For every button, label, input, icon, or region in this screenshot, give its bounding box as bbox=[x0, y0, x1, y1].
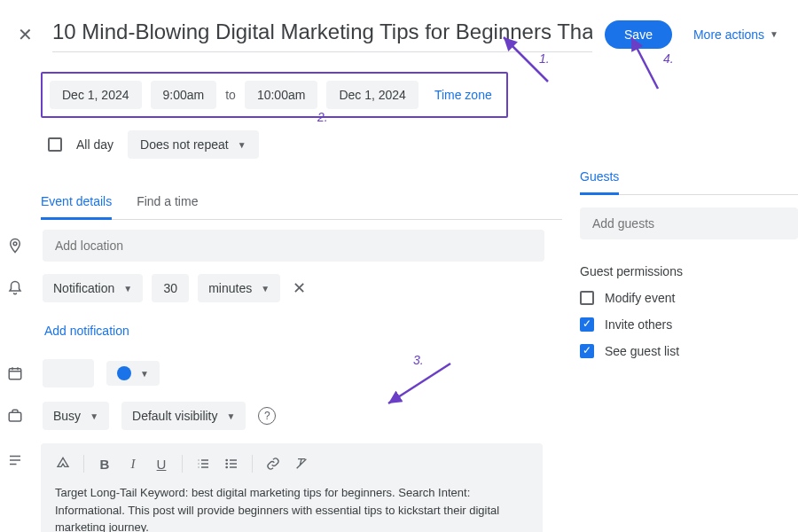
chevron-down-icon: ▼ bbox=[90, 411, 98, 421]
description-textarea[interactable]: Target Long-Tail Keyword: best digital m… bbox=[41, 484, 543, 532]
close-icon[interactable]: ✕ bbox=[11, 20, 40, 49]
link-icon[interactable] bbox=[262, 452, 285, 475]
chevron-down-icon: ▼ bbox=[227, 411, 236, 421]
invite-others-label: Invite others bbox=[605, 317, 672, 332]
all-day-label: All day bbox=[76, 137, 113, 152]
all-day-checkbox[interactable] bbox=[48, 137, 62, 152]
annotation-4: 4. bbox=[663, 51, 674, 66]
clear-format-icon[interactable] bbox=[290, 452, 313, 475]
chevron-down-icon: ▼ bbox=[261, 284, 270, 293]
timezone-link[interactable]: Time zone bbox=[427, 88, 499, 102]
modify-event-label: Modify event bbox=[605, 291, 675, 305]
svg-point-5 bbox=[226, 466, 227, 467]
notification-type-dropdown[interactable]: Notification ▼ bbox=[43, 274, 143, 302]
bulleted-list-icon[interactable] bbox=[220, 452, 243, 475]
annotation-3: 3. bbox=[413, 353, 424, 367]
more-actions-menu[interactable]: More actions ▼ bbox=[685, 27, 787, 42]
notification-unit-dropdown[interactable]: minutes ▼ bbox=[198, 274, 280, 302]
add-notification-link[interactable]: Add notification bbox=[43, 324, 129, 338]
event-color-dropdown[interactable]: ▼ bbox=[106, 361, 160, 386]
calendar-owner-chip[interactable] bbox=[43, 359, 94, 387]
bell-icon bbox=[0, 280, 30, 296]
tab-event-details[interactable]: Event details bbox=[41, 194, 112, 220]
svg-point-0 bbox=[13, 242, 17, 246]
chevron-down-icon: ▼ bbox=[238, 140, 246, 150]
invite-others-checkbox[interactable] bbox=[580, 317, 594, 332]
more-actions-label: More actions bbox=[693, 27, 764, 42]
end-time-chip[interactable]: 10:00am bbox=[245, 81, 317, 109]
see-guest-list-label: See guest list bbox=[605, 344, 679, 358]
svg-point-4 bbox=[226, 463, 227, 464]
help-icon[interactable]: ? bbox=[258, 407, 276, 425]
remove-notification-icon[interactable]: ✕ bbox=[289, 278, 309, 298]
attach-drive-icon[interactable] bbox=[51, 452, 74, 475]
save-button[interactable]: Save bbox=[605, 20, 672, 49]
calendar-icon bbox=[0, 365, 30, 381]
start-time-chip[interactable]: 9:00am bbox=[151, 81, 217, 109]
italic-icon[interactable]: I bbox=[121, 452, 145, 475]
chevron-down-icon: ▼ bbox=[770, 29, 778, 39]
bold-icon[interactable]: B bbox=[93, 452, 116, 475]
guest-permissions-title: Guest permissions bbox=[580, 264, 798, 278]
svg-rect-1 bbox=[9, 369, 21, 379]
annotation-1: 1. bbox=[539, 51, 550, 66]
add-guests-input[interactable] bbox=[580, 207, 798, 239]
see-guest-list-checkbox[interactable] bbox=[580, 344, 594, 358]
chevron-down-icon: ▼ bbox=[140, 369, 149, 379]
to-label: to bbox=[225, 88, 236, 102]
underline-icon[interactable]: U bbox=[150, 452, 173, 475]
visibility-label: Default visibility bbox=[132, 409, 217, 423]
tab-guests[interactable]: Guests bbox=[580, 169, 619, 195]
visibility-dropdown[interactable]: Default visibility ▼ bbox=[121, 402, 246, 430]
color-dot-icon bbox=[117, 366, 131, 380]
busy-dropdown[interactable]: Busy ▼ bbox=[43, 402, 109, 430]
modify-event-checkbox[interactable] bbox=[580, 291, 594, 305]
numbered-list-icon[interactable] bbox=[192, 452, 215, 475]
repeat-label: Does not repeat bbox=[140, 137, 229, 152]
svg-point-3 bbox=[226, 459, 227, 460]
notification-value-input[interactable]: 30 bbox=[152, 274, 189, 302]
chevron-down-icon: ▼ bbox=[123, 284, 132, 293]
busy-label: Busy bbox=[53, 409, 81, 423]
tab-find-a-time[interactable]: Find a time bbox=[137, 194, 198, 219]
svg-rect-2 bbox=[9, 412, 21, 421]
repeat-dropdown[interactable]: Does not repeat ▼ bbox=[128, 130, 259, 159]
notification-unit-label: minutes bbox=[208, 281, 252, 295]
description-toolbar: B I U bbox=[41, 443, 543, 484]
briefcase-icon bbox=[0, 408, 30, 424]
end-date-chip[interactable]: Dec 1, 2024 bbox=[326, 81, 419, 109]
annotation-2: 2. bbox=[317, 110, 328, 124]
location-input[interactable] bbox=[43, 230, 544, 262]
datetime-group: Dec 1, 2024 9:00am to 10:00am Dec 1, 202… bbox=[41, 72, 508, 118]
event-title-input[interactable] bbox=[52, 16, 592, 52]
description-icon bbox=[0, 442, 30, 468]
location-icon bbox=[0, 238, 30, 254]
notification-type-label: Notification bbox=[53, 281, 114, 295]
start-date-chip[interactable]: Dec 1, 2024 bbox=[50, 81, 142, 109]
